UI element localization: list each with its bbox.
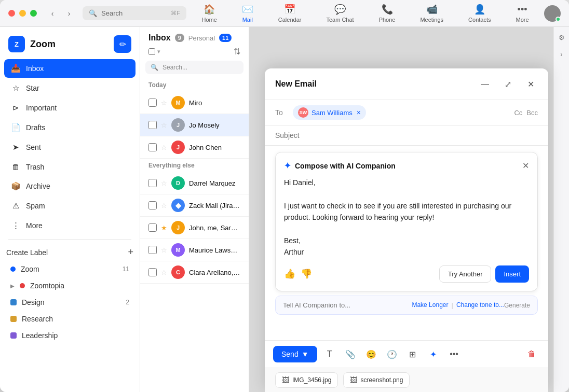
compose-body[interactable]: ✦ Compose with AI Companion ✕ Hi Daniel,… — [265, 146, 548, 340]
make-longer-button[interactable]: Make Longer — [412, 301, 448, 309]
minimize-window-button[interactable] — [19, 10, 26, 17]
compose-area: New Email — ⤢ ✕ To SW Sam Williams × — [249, 27, 553, 392]
send-button[interactable]: Send ▼ — [273, 346, 317, 362]
sidebar-item-archive[interactable]: 📦 Archive — [4, 177, 136, 195]
sidebar-item-spam[interactable]: ⚠ Spam — [4, 197, 136, 215]
sidebar-item-sent[interactable]: ➤ Sent — [4, 138, 136, 157]
emoji-button[interactable]: 😊 — [363, 346, 380, 362]
change-tone-button[interactable]: Change tone to... — [456, 301, 504, 309]
email-row-john-sarah[interactable]: ★ J John, me, Sarah (10) — [140, 217, 249, 239]
email-star-miro[interactable]: ☆ — [161, 99, 167, 107]
email-row-john-chen[interactable]: ☆ J John Chen — [140, 136, 249, 159]
email-checkbox-darrel[interactable] — [148, 179, 157, 187]
compose-to-field: To SW Sam Williams × Cc Bcc — [265, 100, 548, 125]
email-checkbox-jo[interactable] — [148, 121, 157, 129]
attachment-item-screenshot[interactable]: 🖼 screenshot.png — [343, 372, 410, 388]
email-row-miro[interactable]: ☆ M Miro — [140, 92, 249, 114]
remove-recipient-button[interactable]: × — [357, 108, 361, 117]
search-bar[interactable]: 🔍 Search ⌘F — [83, 6, 186, 20]
settings-panel-button[interactable]: ⚙ — [556, 31, 568, 44]
email-checkbox-john-sarah[interactable] — [148, 223, 157, 232]
nav-meetings[interactable]: 📹 Meetings — [416, 2, 448, 25]
email-star-zack[interactable]: ☆ — [161, 202, 167, 209]
back-button[interactable]: ‹ — [45, 6, 60, 21]
thumbup-button[interactable]: 👍 — [284, 268, 295, 279]
sidebar-item-inbox[interactable]: 📥 Inbox — [4, 59, 136, 78]
email-search[interactable]: 🔍 Search... — [145, 61, 243, 74]
email-row-maurice[interactable]: ☆ M Maurice Lawson (2) — [140, 239, 249, 261]
sidebar-item-drafts[interactable]: 📄 Drafts — [4, 118, 136, 137]
email-star-darrel[interactable]: ☆ — [161, 179, 167, 187]
bcc-button[interactable]: Bcc — [526, 109, 538, 117]
close-compose-button[interactable]: ✕ — [523, 77, 538, 91]
nav-more[interactable]: ••• More — [512, 2, 533, 25]
nav-contacts[interactable]: 👤 Contacts — [464, 2, 495, 25]
ai-prompt-input[interactable] — [283, 301, 409, 309]
nav-home[interactable]: 🏠 Home — [197, 2, 221, 25]
close-window-button[interactable] — [8, 10, 15, 17]
maximize-window-button[interactable] — [30, 10, 37, 17]
ai-toolbar-button[interactable]: ✦ — [425, 346, 442, 362]
email-star-john-sarah[interactable]: ★ — [161, 224, 167, 232]
ai-actions-bar: 👍 👎 Try Another Insert — [284, 265, 529, 283]
label-item-zoomtopia[interactable]: ▶ Zoomtopia — [4, 277, 136, 294]
sidebar-header: Z Zoom ✏ — [0, 31, 140, 59]
nav-phone[interactable]: 📞 Phone — [375, 2, 400, 25]
email-row-clara[interactable]: ☆ C Clara Arellano, Sara... — [140, 261, 249, 284]
create-label-row[interactable]: Create Label + — [0, 244, 140, 261]
personal-tab[interactable]: Personal — [188, 34, 215, 42]
email-sender-zack: Zack Mali (Jira) (5) — [189, 202, 240, 209]
format-text-button[interactable]: T — [321, 346, 338, 362]
nav-teamchat[interactable]: 💬 Team Chat — [322, 2, 358, 25]
filter-icon[interactable]: ⇅ — [234, 47, 240, 57]
email-star-maurice[interactable]: ☆ — [161, 246, 167, 254]
email-star-jo[interactable]: ☆ — [161, 121, 167, 129]
dropdown-arrow-icon[interactable]: ▾ — [157, 48, 160, 55]
sidebar-item-more[interactable]: ⋮ More — [4, 216, 136, 235]
generate-button[interactable]: Generate — [504, 302, 530, 309]
nav-calendar[interactable]: 📅 Calendar — [274, 2, 306, 25]
email-info-darrel: Darrel Marquez — [189, 179, 240, 187]
thumbdown-button[interactable]: 👎 — [301, 268, 312, 279]
email-star-john[interactable]: ☆ — [161, 144, 167, 151]
recipient-chip[interactable]: SW Sam Williams × — [293, 105, 366, 120]
forward-button[interactable]: › — [62, 6, 76, 21]
email-avatar-miro: M — [171, 96, 185, 109]
label-item-zoom[interactable]: Zoom 11 — [4, 261, 136, 277]
select-all-area[interactable]: ▾ — [148, 48, 160, 55]
email-row-darrel[interactable]: ☆ D Darrel Marquez — [140, 172, 249, 194]
email-row-jo[interactable]: ☆ J Jo Mosely — [140, 114, 249, 136]
email-checkbox-miro[interactable] — [148, 99, 157, 107]
label-item-leadership[interactable]: Leadership — [4, 327, 136, 344]
email-checkbox-zack[interactable] — [148, 201, 157, 209]
cc-button[interactable]: Cc — [514, 109, 522, 117]
more-options-button[interactable]: ••• — [446, 346, 463, 362]
sidebar-item-important[interactable]: ⊳ Important — [4, 99, 136, 117]
close-ai-panel-button[interactable]: ✕ — [522, 161, 529, 171]
chevron-right-icon[interactable]: › — [556, 48, 568, 60]
insert-button[interactable]: Insert — [495, 265, 529, 283]
nav-mail[interactable]: ✉️ Mail — [238, 2, 258, 25]
layout-button[interactable]: ⊞ — [404, 346, 421, 362]
try-another-button[interactable]: Try Another — [439, 265, 492, 283]
email-star-clara[interactable]: ☆ — [161, 269, 167, 276]
delete-draft-button[interactable]: 🗑 — [523, 346, 540, 362]
select-all-checkbox[interactable] — [148, 48, 155, 55]
label-item-design[interactable]: Design 2 — [4, 294, 136, 311]
sidebar-item-trash[interactable]: 🗑 Trash — [4, 158, 136, 176]
label-design-name: Design — [22, 298, 45, 306]
compose-button[interactable]: ✏ — [114, 35, 131, 53]
minimize-compose-button[interactable]: — — [478, 77, 492, 91]
subject-input[interactable] — [275, 131, 538, 139]
label-item-research[interactable]: Research — [4, 311, 136, 327]
email-row-zack[interactable]: ☆ ◆ Zack Mali (Jira) (5) — [140, 194, 249, 217]
attachment-button[interactable]: 📎 — [342, 346, 359, 362]
email-checkbox-john[interactable] — [148, 143, 157, 151]
email-checkbox-clara[interactable] — [148, 268, 157, 276]
schedule-button[interactable]: 🕐 — [384, 346, 400, 362]
expand-compose-button[interactable]: ⤢ — [500, 77, 515, 91]
attachment-item-img[interactable]: 🖼 IMG_3456.jpg — [275, 372, 338, 388]
email-checkbox-maurice[interactable] — [148, 246, 157, 254]
avatar[interactable] — [544, 5, 561, 22]
sidebar-item-star[interactable]: ☆ Star — [4, 79, 136, 97]
